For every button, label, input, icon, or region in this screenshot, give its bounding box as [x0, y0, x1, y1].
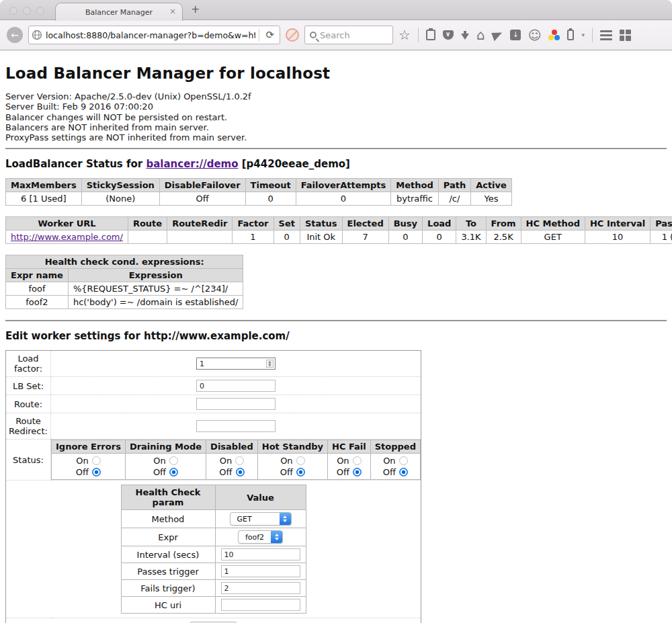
radio-on-button[interactable] — [235, 456, 244, 465]
passes-label: Passes trigger — [121, 563, 215, 580]
page-title: Load Balancer Manager for localhost — [5, 65, 667, 82]
route-cell — [51, 395, 421, 413]
radio-off-label: Off — [219, 466, 232, 478]
tab-bar: Balancer Manager × + — [0, 0, 672, 20]
fails-label: Fails trigger) — [121, 580, 215, 597]
chevron-down-icon[interactable]: ▾ — [581, 32, 585, 38]
balancer-value-cell: (None) — [81, 192, 159, 206]
passes-input[interactable] — [221, 565, 300, 577]
chat-smiley-icon[interactable]: ☺ — [528, 29, 542, 42]
balancer-value-cell: Off — [159, 192, 245, 206]
colors-extension-icon[interactable] — [548, 30, 560, 41]
radio-on-label: On — [337, 455, 349, 466]
radio-off-button[interactable] — [236, 468, 245, 476]
balancer-value-cell: 0 — [296, 192, 391, 206]
worker-value-cell: 3.1K — [456, 231, 486, 244]
radio-off-button[interactable] — [296, 468, 305, 476]
method-cell: GET — [215, 510, 306, 528]
save-page-icon[interactable] — [510, 30, 521, 40]
tab-close-icon[interactable]: × — [169, 7, 176, 16]
home-icon[interactable]: ⌂ — [476, 28, 485, 42]
hc-uri-input[interactable] — [221, 599, 300, 611]
url-bar[interactable]: localhost:8880/balancer-manager?b=demo&w… — [28, 26, 280, 44]
fails-input[interactable] — [221, 582, 300, 594]
new-tab-button[interactable]: + — [191, 3, 200, 15]
number-stepper-icon[interactable]: ▲▼ — [266, 360, 274, 368]
hc-uri-label: HC uri — [121, 597, 215, 614]
back-icon[interactable]: ← — [7, 27, 23, 43]
radio-on-button[interactable] — [399, 456, 408, 465]
interval-input[interactable] — [221, 548, 300, 560]
radio-off-label: Off — [337, 466, 349, 478]
balancer-header-cell: StickySession — [81, 179, 159, 192]
content-blocked-icon[interactable] — [286, 28, 299, 42]
hc-param-header: Health Check param — [121, 485, 215, 510]
tab-balancer-manager[interactable]: Balancer Manager × — [55, 3, 183, 21]
interval-cell — [215, 546, 306, 563]
radio-on-label: On — [280, 455, 292, 466]
status-table: Ignore ErrorsDraining ModeDisabledHot St… — [51, 440, 421, 480]
balancer-header-cell: MaxMembers — [6, 179, 82, 192]
route-redirect-input[interactable] — [196, 420, 276, 432]
radio-on-button[interactable] — [353, 456, 362, 465]
radio-off-button[interactable] — [353, 468, 362, 476]
reload-icon[interactable]: ⟳ — [263, 29, 277, 41]
radio-off-label: Off — [153, 466, 166, 478]
lb-set-input[interactable] — [196, 380, 276, 392]
edit-worker-heading: Edit worker settings for http://www.exam… — [5, 330, 667, 342]
table-row: http://www.example.com/ 10Init Ok7003.1K… — [6, 231, 672, 244]
balancer-value-cell: 0 — [245, 192, 296, 206]
load-factor-input[interactable] — [196, 358, 276, 370]
balancer-header-cell: Path — [438, 179, 470, 192]
table-row: HC uri — [121, 597, 306, 614]
worker-status-table: Worker URLRouteRouteRedirFactorSetStatus… — [5, 216, 672, 244]
toolbar-separator — [592, 28, 593, 42]
worker-value-cell: 0 — [274, 231, 300, 244]
balancer-header-cell: FailoverAttempts — [296, 179, 391, 192]
worker-header-cell: HC Method — [521, 217, 585, 231]
send-tab-icon[interactable] — [491, 29, 504, 40]
search-bar[interactable]: Search — [304, 26, 393, 44]
radio-off-button[interactable] — [399, 468, 408, 476]
search-placeholder[interactable]: Search — [320, 30, 350, 40]
status-radio-cell: OnOff — [257, 454, 327, 480]
window-close-button[interactable] — [9, 7, 17, 15]
worker-header-cell: Worker URL — [6, 217, 128, 231]
method-select[interactable]: GET — [230, 512, 292, 526]
window-zoom-button[interactable] — [36, 7, 44, 15]
menu-icon[interactable] — [600, 30, 612, 40]
table-header-row: MaxMembersStickySessionDisableFailoverTi… — [6, 179, 512, 192]
radio-off-button[interactable] — [92, 468, 101, 476]
window-minimize-button[interactable] — [23, 7, 31, 15]
method-label: Method — [121, 510, 215, 528]
select-stepper-icon — [271, 530, 282, 544]
bookmark-star-icon[interactable]: ☆ — [398, 28, 411, 42]
radio-on-button[interactable] — [169, 456, 178, 465]
balancer-value-cell: bytraffic — [391, 192, 438, 206]
load-factor-cell: ▲▼ — [51, 351, 421, 377]
radio-on-button[interactable] — [296, 456, 305, 465]
status-header-cell: Stopped — [370, 440, 420, 454]
pocket-icon[interactable] — [443, 30, 454, 40]
lb-set-cell — [51, 377, 421, 395]
balancer-link[interactable]: balancer://demo — [146, 158, 238, 170]
page-content: Load Balancer Manager for localhost Serv… — [0, 65, 672, 623]
form-row: Load factor: ▲▼ — [6, 351, 421, 377]
url-text[interactable]: localhost:8880/balancer-manager?b=demo&w… — [46, 30, 255, 40]
status-header-row: Ignore ErrorsDraining ModeDisabledHot St… — [52, 440, 421, 454]
url-divider — [259, 29, 259, 41]
battery-extension-icon[interactable] — [567, 30, 574, 40]
status-header-cell: Disabled — [206, 440, 258, 454]
downloads-icon[interactable] — [461, 34, 469, 40]
status-header-cell: Ignore Errors — [52, 440, 126, 454]
worker-header-cell: Status — [300, 217, 342, 231]
clipboard-icon[interactable] — [426, 30, 435, 40]
radio-off-button[interactable] — [169, 468, 178, 476]
tiles-icon[interactable] — [620, 30, 631, 41]
worker-header-cell: Passes — [650, 217, 672, 231]
route-input[interactable] — [196, 398, 276, 410]
radio-on-button[interactable] — [92, 456, 101, 465]
radio-on-label: On — [220, 455, 232, 466]
expr-select[interactable]: foof2 — [238, 530, 283, 544]
worker-url-link[interactable]: http://www.example.com/ — [11, 232, 123, 242]
